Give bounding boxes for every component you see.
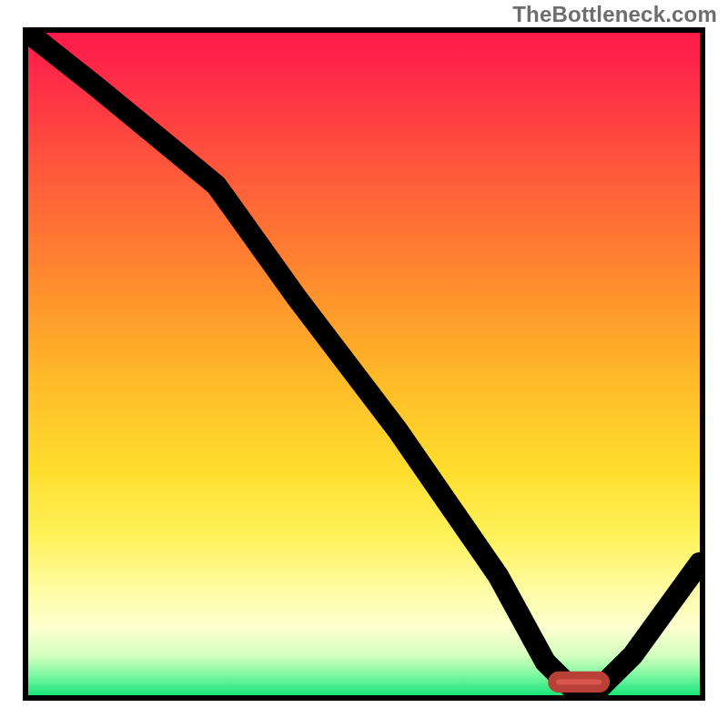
bottleneck-curve: [28, 33, 700, 689]
plot-area: [23, 27, 705, 701]
chart-svg: [28, 33, 700, 695]
watermark-text: TheBottleneck.com: [512, 2, 717, 27]
optimal-marker: [552, 675, 606, 689]
chart-frame: TheBottleneck.com: [0, 0, 728, 728]
